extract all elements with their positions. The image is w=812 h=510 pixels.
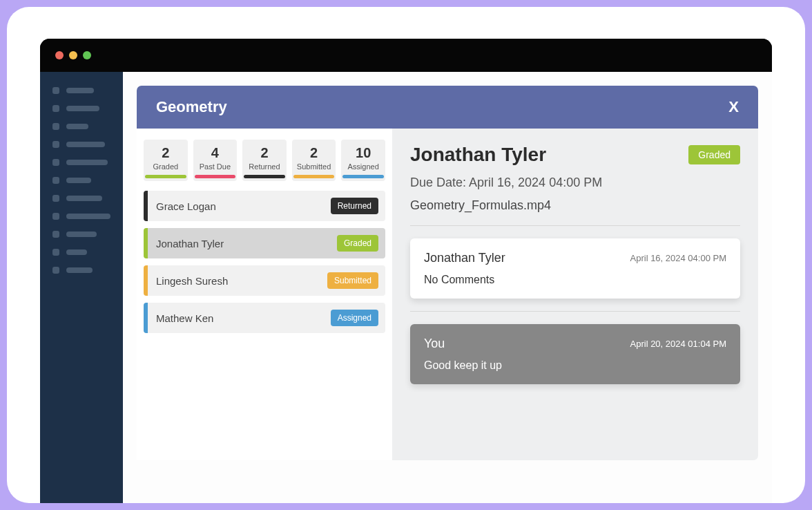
comment-author: You xyxy=(424,337,445,351)
stat-label: Past Due xyxy=(195,162,236,171)
panel-body: 2Graded4Past Due2Returned2Submitted10Ass… xyxy=(137,129,758,460)
student-status-badge: Returned xyxy=(331,198,378,214)
nav-icon xyxy=(52,231,59,238)
nav-icon xyxy=(52,249,59,256)
stat-card[interactable]: 2Graded xyxy=(144,140,188,181)
nav-label-placeholder xyxy=(66,106,99,111)
comment-card: YouApril 20, 2024 01:04 PMGood keep it u… xyxy=(410,324,740,384)
stat-count: 2 xyxy=(293,145,335,161)
sidebar-item[interactable] xyxy=(52,231,110,238)
stat-card[interactable]: 4Past Due xyxy=(193,140,238,181)
stat-count: 4 xyxy=(195,145,236,161)
nav-label-placeholder xyxy=(66,196,102,201)
student-status-badge: Graded xyxy=(337,235,378,252)
student-status-badge: Assigned xyxy=(331,310,378,326)
stat-count: 10 xyxy=(342,145,384,161)
sidebar-item[interactable] xyxy=(52,249,110,256)
sidebar-item[interactable] xyxy=(52,195,110,202)
app-window: Geometry X 2Graded4Past Due2Returned2Sub… xyxy=(40,39,772,503)
stat-underline xyxy=(342,175,384,178)
detail-status-badge: Graded xyxy=(688,145,740,164)
nav-label-placeholder xyxy=(66,160,108,165)
comment-body: No Comments xyxy=(424,274,726,286)
nav-label-placeholder xyxy=(66,214,110,219)
student-row[interactable]: Mathew KenAssigned xyxy=(144,303,385,333)
comment-timestamp: April 16, 2024 04:00 PM xyxy=(630,253,726,263)
stat-label: Submitted xyxy=(293,162,335,171)
student-name: Mathew Ken xyxy=(148,312,331,324)
nav-label-placeholder xyxy=(66,232,97,237)
stat-card[interactable]: 2Submitted xyxy=(292,140,336,181)
window-titlebar xyxy=(40,39,772,72)
sidebar xyxy=(40,72,123,503)
student-list: Grace LoganReturnedJonathan TylerGradedL… xyxy=(144,191,385,333)
sidebar-item[interactable] xyxy=(52,105,110,112)
comment-body: Good keep it up xyxy=(424,359,726,372)
comment-header: YouApril 20, 2024 01:04 PM xyxy=(424,337,726,351)
student-row[interactable]: Jonathan TylerGraded xyxy=(144,228,385,258)
stat-underline xyxy=(195,175,236,178)
nav-label-placeholder xyxy=(66,178,91,183)
nav-label-placeholder xyxy=(66,267,93,273)
comment-author: Jonathan Tyler xyxy=(424,251,505,265)
student-list-panel: 2Graded4Past Due2Returned2Submitted10Ass… xyxy=(137,129,392,460)
due-date-text: Due Date: April 16, 2024 04:00 PM xyxy=(410,176,740,190)
nav-icon xyxy=(52,177,59,184)
detail-student-name: Jonathan Tyler xyxy=(410,144,546,166)
stat-underline xyxy=(293,175,335,178)
student-name: Grace Logan xyxy=(148,200,331,212)
panel-title: Geometry xyxy=(156,98,227,116)
stats-row: 2Graded4Past Due2Returned2Submitted10Ass… xyxy=(144,140,385,181)
panel-header: Geometry X xyxy=(137,86,758,129)
comment-header: Jonathan TylerApril 16, 2024 04:00 PM xyxy=(424,251,726,265)
main-content: Geometry X 2Graded4Past Due2Returned2Sub… xyxy=(123,72,772,503)
app-body: Geometry X 2Graded4Past Due2Returned2Sub… xyxy=(40,72,772,503)
sidebar-item[interactable] xyxy=(52,159,110,166)
sidebar-item[interactable] xyxy=(52,177,110,184)
student-status-badge: Submitted xyxy=(327,272,378,289)
student-name: Jonathan Tyler xyxy=(148,238,337,249)
nav-icon xyxy=(52,123,59,130)
nav-label-placeholder xyxy=(66,249,87,255)
nav-icon xyxy=(52,87,59,94)
stat-card[interactable]: 10Assigned xyxy=(341,140,385,181)
nav-icon xyxy=(52,213,59,220)
comments-thread: Jonathan TylerApril 16, 2024 04:00 PMNo … xyxy=(410,238,740,384)
nav-icon xyxy=(52,159,59,166)
stat-label: Graded xyxy=(145,162,186,171)
maximize-window-icon[interactable] xyxy=(83,51,91,59)
divider xyxy=(410,225,740,226)
comment-timestamp: April 20, 2024 01:04 PM xyxy=(630,339,726,349)
attachment-filename[interactable]: Geometry_Formulas.mp4 xyxy=(410,198,740,213)
nav-icon xyxy=(52,267,59,274)
nav-icon xyxy=(52,141,59,148)
comment-card: Jonathan TylerApril 16, 2024 04:00 PMNo … xyxy=(410,238,740,299)
stat-count: 2 xyxy=(244,145,285,161)
minimize-window-icon[interactable] xyxy=(69,51,77,59)
sidebar-item[interactable] xyxy=(52,213,110,220)
sidebar-item[interactable] xyxy=(52,123,110,130)
student-name: Lingesh Suresh xyxy=(148,275,327,287)
nav-icon xyxy=(52,195,59,202)
student-row[interactable]: Grace LoganReturned xyxy=(144,191,385,221)
nav-icon xyxy=(52,105,59,112)
close-window-icon[interactable] xyxy=(55,51,64,59)
stat-label: Returned xyxy=(244,162,285,171)
nav-label-placeholder xyxy=(66,124,88,129)
sidebar-item[interactable] xyxy=(52,141,110,148)
nav-label-placeholder xyxy=(66,88,94,93)
detail-header: Jonathan Tyler Graded xyxy=(410,144,740,166)
device-frame: Geometry X 2Graded4Past Due2Returned2Sub… xyxy=(7,7,805,503)
submission-detail-panel: Jonathan Tyler Graded Due Date: April 16… xyxy=(392,129,758,460)
stat-card[interactable]: 2Returned xyxy=(242,140,287,181)
nav-label-placeholder xyxy=(66,142,105,147)
stat-underline xyxy=(145,175,186,178)
student-row[interactable]: Lingesh SureshSubmitted xyxy=(144,265,385,296)
traffic-lights xyxy=(55,51,91,59)
close-panel-button[interactable]: X xyxy=(728,98,739,116)
sidebar-item[interactable] xyxy=(52,267,110,274)
stat-underline xyxy=(244,175,285,178)
stat-count: 2 xyxy=(145,145,186,161)
sidebar-item[interactable] xyxy=(52,87,110,94)
divider xyxy=(410,311,740,312)
